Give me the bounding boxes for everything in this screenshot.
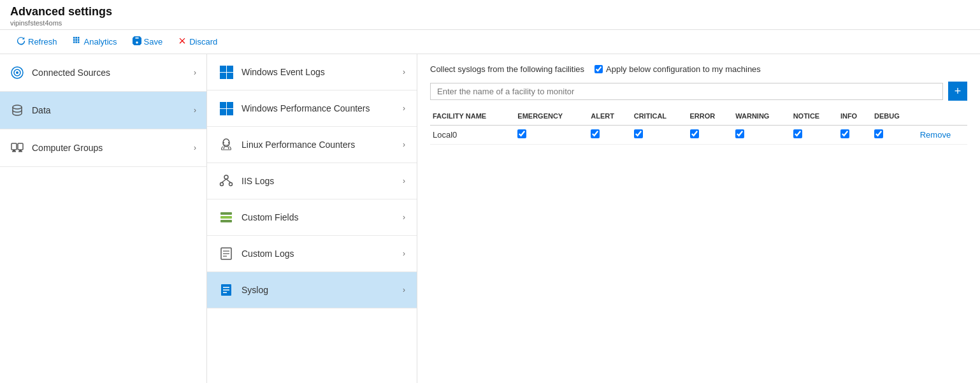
notice-cell <box>791 126 838 145</box>
warning-cell <box>733 126 790 145</box>
chevron-right-icon: › <box>403 140 405 149</box>
middle-panel: Windows Event Logs › Windows Performance… <box>207 54 417 383</box>
custom-fields-icon <box>219 210 234 225</box>
middle-item-windows-perf-counters[interactable]: Windows Performance Counters › <box>207 90 417 127</box>
critical-checkbox[interactable] <box>634 129 643 138</box>
critical-cell <box>631 126 688 145</box>
save-button[interactable]: Save <box>126 34 169 50</box>
facility-name-cell: Local0 <box>430 126 515 145</box>
info-cell <box>838 126 872 145</box>
action-cell: Remove <box>918 126 967 145</box>
svg-point-12 <box>13 105 22 109</box>
svg-rect-8 <box>77 41 79 43</box>
col-warning: WARNING <box>733 110 790 126</box>
right-panel: Collect syslogs from the following facil… <box>417 54 980 383</box>
collect-syslog-text: Collect syslogs from the following facil… <box>430 64 584 74</box>
chevron-right-icon: › <box>403 213 405 222</box>
svg-rect-20 <box>227 66 233 72</box>
discard-label: Discard <box>189 37 217 47</box>
apply-label: Apply below configuration to my machines <box>606 64 761 74</box>
computer-groups-icon <box>10 141 24 155</box>
middle-label-windows-perf-counters: Windows Performance Counters <box>241 103 370 113</box>
add-facility-button[interactable]: + <box>948 82 967 101</box>
sidebar-item-computer-groups[interactable]: Computer Groups › <box>0 129 206 167</box>
remove-link[interactable]: Remove <box>920 130 951 140</box>
svg-rect-4 <box>75 39 77 41</box>
svg-line-31 <box>228 147 229 149</box>
linux-icon <box>219 137 234 152</box>
middle-item-custom-fields[interactable]: Custom Fields › <box>207 199 417 236</box>
analytics-icon <box>73 36 82 47</box>
sidebar-label-connected-sources: Connected Sources <box>32 68 110 78</box>
alert-checkbox[interactable] <box>591 129 600 138</box>
info-checkbox[interactable] <box>840 129 849 138</box>
col-facility-name: FACILITY NAME <box>430 110 515 126</box>
custom-logs-icon <box>219 246 234 261</box>
refresh-label: Refresh <box>28 37 57 47</box>
sidebar-label-computer-groups: Computer Groups <box>32 143 103 153</box>
svg-line-35 <box>222 179 226 183</box>
middle-item-windows-event-logs[interactable]: Windows Event Logs › <box>207 54 417 90</box>
facility-name-input[interactable] <box>430 83 943 100</box>
sidebar-item-data[interactable]: Data › <box>0 92 206 129</box>
svg-rect-0 <box>73 37 75 39</box>
svg-rect-6 <box>73 41 75 43</box>
middle-item-syslog[interactable]: Syslog › <box>207 272 417 308</box>
middle-label-iis-logs: IIS Logs <box>241 176 274 186</box>
middle-label-custom-fields: Custom Fields <box>241 212 298 222</box>
chevron-right-icon: › <box>194 143 196 152</box>
analytics-label: Analytics <box>84 37 117 47</box>
middle-label-windows-event-logs: Windows Event Logs <box>241 67 325 77</box>
chevron-right-icon: › <box>194 106 196 115</box>
chevron-right-icon: › <box>403 249 405 258</box>
col-action <box>918 110 967 126</box>
table-row: Local0 Remove <box>430 126 967 145</box>
col-debug: DEBUG <box>872 110 918 126</box>
middle-item-linux-perf-counters[interactable]: Linux Performance Counters › <box>207 127 417 163</box>
debug-checkbox[interactable] <box>874 129 883 138</box>
warning-checkbox[interactable] <box>735 129 744 138</box>
svg-rect-23 <box>220 102 226 108</box>
col-critical: CRITICAL <box>631 110 688 126</box>
debug-cell <box>872 126 918 145</box>
apply-checkbox-label[interactable]: Apply below configuration to my machines <box>594 64 761 74</box>
sidebar-label-data: Data <box>32 105 51 115</box>
refresh-button[interactable]: Refresh <box>10 34 64 50</box>
svg-rect-38 <box>220 216 232 219</box>
page-title: Advanced settings <box>10 5 970 18</box>
svg-rect-19 <box>220 66 226 72</box>
col-emergency: EMERGENCY <box>515 110 588 126</box>
middle-label-syslog: Syslog <box>241 285 268 295</box>
svg-rect-17 <box>19 150 22 151</box>
iis-icon <box>219 173 234 189</box>
svg-rect-37 <box>220 212 232 215</box>
svg-rect-25 <box>220 109 226 115</box>
emergency-checkbox[interactable] <box>517 129 526 138</box>
chevron-right-icon: › <box>403 68 405 76</box>
svg-rect-14 <box>13 150 15 151</box>
svg-point-32 <box>224 175 228 179</box>
discard-button[interactable]: Discard <box>171 34 224 50</box>
header: Advanced settings vipinsfstest4oms <box>0 0 980 30</box>
sidebar: Connected Sources › Data › <box>0 54 207 383</box>
svg-rect-15 <box>12 151 16 152</box>
chevron-right-icon: › <box>403 177 405 185</box>
apply-checkbox[interactable] <box>594 65 603 73</box>
svg-rect-24 <box>227 102 233 108</box>
workspace-name: vipinsfstest4oms <box>10 19 970 27</box>
error-checkbox[interactable] <box>690 129 699 138</box>
syslog-icon <box>219 282 234 298</box>
middle-item-iis-logs[interactable]: IIS Logs › <box>207 163 417 199</box>
svg-line-36 <box>226 179 231 183</box>
middle-label-linux-perf-counters: Linux Performance Counters <box>241 140 355 150</box>
windows-perf-counters-icon <box>219 101 234 116</box>
svg-rect-18 <box>18 151 22 152</box>
table-header-row: FACILITY NAME EMERGENCY ALERT CRITICAL E… <box>430 110 967 126</box>
col-notice: NOTICE <box>791 110 838 126</box>
analytics-button[interactable]: Analytics <box>66 34 124 50</box>
sidebar-item-connected-sources[interactable]: Connected Sources › <box>0 54 206 92</box>
svg-rect-7 <box>75 41 77 43</box>
middle-item-custom-logs[interactable]: Custom Logs › <box>207 236 417 272</box>
svg-rect-22 <box>227 73 233 79</box>
notice-checkbox[interactable] <box>793 129 802 138</box>
